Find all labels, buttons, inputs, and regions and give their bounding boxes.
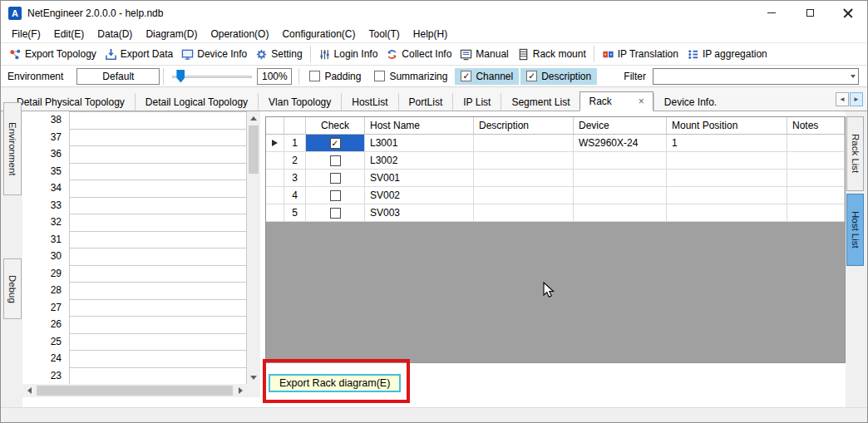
row-selector-cell[interactable] xyxy=(266,170,284,187)
mount-position-cell[interactable] xyxy=(667,170,787,187)
column-header-host-name[interactable]: Host Name xyxy=(365,117,474,135)
tab-ip-list[interactable]: IP List xyxy=(452,93,501,111)
description-cell[interactable] xyxy=(474,152,574,170)
row-check-checkbox[interactable]: ✓ xyxy=(330,138,341,149)
minimize-button[interactable] xyxy=(752,1,791,25)
right-tab-rack-list[interactable]: Rack List xyxy=(846,116,864,191)
summarizing-checkbox-box[interactable] xyxy=(374,71,385,81)
vertical-scrollbar[interactable] xyxy=(247,111,260,384)
notes-cell[interactable] xyxy=(787,187,845,204)
row-empty-cell[interactable] xyxy=(69,350,247,368)
notes-cell[interactable] xyxy=(787,204,845,222)
notes-cell[interactable] xyxy=(787,135,845,152)
tab-portlist[interactable]: PortList xyxy=(398,93,453,111)
description-cell[interactable] xyxy=(474,187,574,204)
description-checkbox[interactable]: ✓ Description xyxy=(520,68,597,85)
row-empty-cell[interactable] xyxy=(69,248,247,266)
row-empty-cell[interactable] xyxy=(69,299,247,317)
device-info-button[interactable]: Device Info xyxy=(177,46,251,63)
description-cell[interactable] xyxy=(474,170,574,187)
list-row[interactable]: 36 xyxy=(22,145,247,163)
host-name-cell[interactable]: L3002 xyxy=(365,152,474,170)
ip-aggregation-button[interactable]: IP aggregation xyxy=(683,46,772,63)
description-cell[interactable] xyxy=(474,204,574,222)
padding-checkbox[interactable]: Padding xyxy=(303,68,367,85)
row-selector-cell[interactable] xyxy=(266,204,284,222)
row-number-cell[interactable]: 5 xyxy=(284,204,306,222)
device-cell[interactable] xyxy=(574,204,667,222)
row-empty-cell[interactable] xyxy=(69,231,247,249)
list-row[interactable]: 34 xyxy=(22,180,247,197)
device-cell[interactable] xyxy=(574,187,667,204)
list-row[interactable]: 25 xyxy=(22,333,247,351)
row-empty-cell[interactable] xyxy=(69,367,247,385)
list-row[interactable]: 37 xyxy=(22,129,247,146)
export-topology-button[interactable]: Export Topology xyxy=(5,46,101,63)
list-row[interactable]: 24 xyxy=(22,350,247,367)
list-row[interactable]: 23 xyxy=(22,367,247,385)
check-cell[interactable] xyxy=(306,170,365,187)
mount-position-cell[interactable] xyxy=(667,187,787,204)
row-empty-cell[interactable] xyxy=(69,282,247,300)
list-row[interactable]: 33 xyxy=(22,197,247,214)
scroll-up-button[interactable] xyxy=(247,111,260,125)
menu-item-configuration[interactable]: Configuration(C) xyxy=(275,26,362,42)
row-empty-cell[interactable] xyxy=(69,129,247,147)
host-name-cell[interactable]: SV003 xyxy=(365,204,474,222)
right-tab-host-list[interactable]: Host List xyxy=(846,194,864,266)
mount-position-cell[interactable] xyxy=(667,152,787,170)
list-row[interactable]: 27 xyxy=(22,299,247,317)
row-empty-cell[interactable] xyxy=(69,265,247,283)
row-empty-cell[interactable] xyxy=(69,145,247,164)
menu-item-file[interactable]: File(F) xyxy=(5,26,47,42)
host-name-cell[interactable]: SV001 xyxy=(365,170,474,187)
notes-cell[interactable] xyxy=(787,152,845,170)
tab-vlan-topology[interactable]: Vlan Topology xyxy=(258,93,341,111)
export-rack-diagram-button[interactable]: Export Rack diagram(E) xyxy=(269,374,401,392)
zoom-slider-thumb[interactable] xyxy=(176,70,185,83)
list-row[interactable]: 26 xyxy=(22,316,247,333)
row-empty-cell[interactable] xyxy=(69,316,247,334)
row-selector-cell[interactable] xyxy=(266,187,284,204)
row-check-checkbox[interactable] xyxy=(330,190,341,201)
tab-segment-list[interactable]: Segment List xyxy=(501,93,579,111)
row-empty-cell[interactable] xyxy=(69,214,247,232)
host-name-cell[interactable]: L3001 xyxy=(365,135,474,152)
mount-position-cell[interactable] xyxy=(667,204,787,222)
maximize-button[interactable] xyxy=(791,1,829,25)
row-empty-cell[interactable] xyxy=(69,197,247,215)
menu-item-help[interactable]: Help(H) xyxy=(407,26,454,42)
row-number-cell[interactable]: 4 xyxy=(284,187,306,204)
summarizing-checkbox[interactable]: Summarizing xyxy=(368,68,453,85)
row-number-cell[interactable]: 2 xyxy=(284,152,306,170)
channel-checkbox-box[interactable]: ✓ xyxy=(461,71,471,81)
row-empty-cell[interactable] xyxy=(69,163,247,181)
mount-position-cell[interactable]: 1 xyxy=(667,135,787,152)
list-row[interactable]: 35 xyxy=(22,163,247,180)
scroll-down-button[interactable] xyxy=(247,371,260,384)
column-header-notes[interactable]: Notes xyxy=(787,117,845,135)
close-button[interactable] xyxy=(829,1,867,25)
device-cell[interactable] xyxy=(574,170,667,187)
menu-item-edit[interactable]: Edit(E) xyxy=(47,26,91,42)
tab-scroll-right-button[interactable]: ► xyxy=(850,92,863,106)
scroll-right-button[interactable] xyxy=(234,384,247,397)
padding-checkbox-box[interactable] xyxy=(309,71,320,81)
row-empty-cell[interactable] xyxy=(69,111,247,130)
row-empty-cell[interactable] xyxy=(69,180,247,198)
check-cell-selected[interactable]: ✓ xyxy=(306,135,365,152)
host-name-cell[interactable]: SV002 xyxy=(365,187,474,204)
description-checkbox-box[interactable]: ✓ xyxy=(526,71,537,81)
row-selector-cell[interactable] xyxy=(266,152,284,170)
row-empty-cell[interactable] xyxy=(69,333,247,352)
tab-detail-logical-topology[interactable]: Detail Logical Topology xyxy=(135,93,258,111)
check-cell[interactable] xyxy=(306,152,365,170)
list-row[interactable]: 31 xyxy=(22,231,247,248)
tab-close-icon[interactable]: × xyxy=(639,96,644,106)
zoom-value-box[interactable]: 100% xyxy=(257,68,292,85)
list-row[interactable]: 32 xyxy=(22,214,247,231)
list-row[interactable]: 28 xyxy=(22,282,247,299)
environment-combobox[interactable]: Default xyxy=(76,68,160,85)
tab-detail-physical-topology[interactable]: Detail Physical Topology xyxy=(7,93,135,111)
tab-scroll-left-button[interactable]: ◄ xyxy=(836,92,849,106)
